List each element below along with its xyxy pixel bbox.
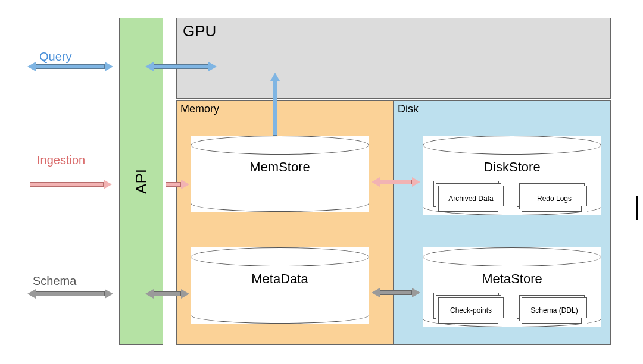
arrow-ingestion-external	[30, 180, 112, 189]
arrow-schema-external	[27, 289, 113, 299]
docstack-redologs: Redo Logs	[517, 181, 588, 212]
label-schema: Schema	[33, 274, 76, 288]
gpu-box: GPU	[176, 18, 611, 99]
disk-label: Disk	[398, 103, 419, 115]
metastore-title: MetaStore	[423, 271, 601, 287]
doc-schemaddl-label: Schema (DDL)	[530, 306, 578, 315]
gpu-label: GPU	[183, 22, 216, 40]
docstack-archived: Archived Data	[433, 181, 505, 212]
metadata-title: MetaData	[191, 271, 369, 287]
memstore-cylinder: MemStore	[191, 136, 369, 212]
arrow-query-external	[27, 62, 113, 71]
arrow-memstore-diskstore	[372, 177, 420, 187]
docstack-schemaddl: Schema (DDL)	[517, 293, 588, 324]
arrow-metadata-metastore	[372, 288, 420, 297]
docstack-checkpoints: Check-points	[433, 293, 505, 324]
doc-checkpoints-label: Check-points	[450, 306, 492, 315]
arrow-memstore-gpu	[270, 73, 280, 136]
arrow-api-gpu	[145, 62, 217, 71]
text-cursor-icon	[636, 196, 638, 220]
label-ingestion: Ingestion	[37, 153, 85, 167]
arrow-api-metadata	[145, 289, 189, 299]
doc-redologs-label: Redo Logs	[537, 194, 572, 203]
arrow-api-memstore	[166, 180, 189, 189]
api-label: API	[132, 169, 151, 194]
metastore-cylinder: MetaStore Check-points Schema (DDL)	[423, 247, 601, 327]
diskstore-title: DiskStore	[423, 159, 601, 175]
memory-label: Memory	[180, 103, 219, 115]
memstore-title: MemStore	[191, 159, 369, 175]
doc-archived-label: Archived Data	[448, 194, 493, 203]
metadata-cylinder: MetaData	[191, 247, 369, 324]
diskstore-cylinder: DiskStore Archived Data Redo Logs	[423, 136, 601, 215]
